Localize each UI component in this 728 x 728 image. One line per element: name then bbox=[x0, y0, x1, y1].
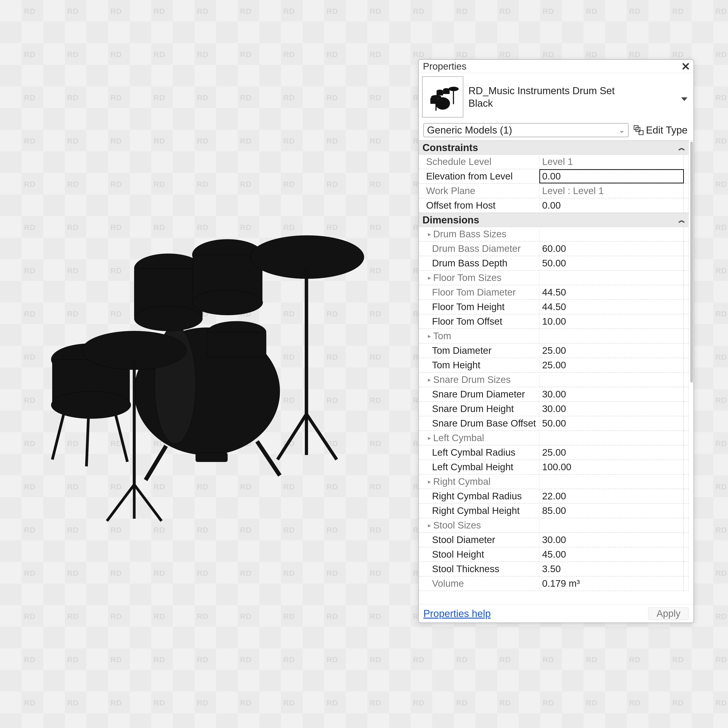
chevron-down-icon: ⌄ bbox=[619, 126, 625, 135]
properties-help-link[interactable]: Properties help bbox=[424, 608, 491, 619]
close-icon[interactable]: ✕ bbox=[680, 60, 691, 73]
collapse-icon: ︽ bbox=[678, 143, 685, 153]
svg-marker-40 bbox=[681, 97, 688, 101]
value-drum-bass-depth[interactable]: 50.00 bbox=[539, 256, 684, 270]
row-drum-bass-diameter[interactable]: Drum Bass Diameter 60.00 bbox=[419, 242, 689, 256]
panel-titlebar: Properties ✕ bbox=[419, 60, 693, 73]
value-drum-bass-diameter[interactable]: 60.00 bbox=[539, 242, 684, 256]
value-offset-from-host[interactable]: 0.00 bbox=[539, 198, 684, 213]
svg-line-23 bbox=[145, 446, 166, 480]
row-right-cymbal[interactable]: ▸Right Cymbal bbox=[419, 474, 689, 489]
row-work-plane: Work Plane Level : Level 1 bbox=[419, 184, 689, 198]
expand-right-icon: ▸ bbox=[428, 434, 431, 442]
row-floor-tom-sizes[interactable]: ▸Floor Tom Sizes bbox=[419, 271, 689, 285]
family-dropdown-icon[interactable] bbox=[680, 92, 689, 101]
apply-button[interactable]: Apply bbox=[648, 607, 689, 620]
row-tom[interactable]: ▸Tom bbox=[419, 329, 689, 344]
row-floor-tom-offset[interactable]: Floor Tom Offset 10.00 bbox=[419, 314, 689, 329]
expand-right-icon: ▸ bbox=[428, 522, 431, 529]
family-thumbnail bbox=[422, 76, 463, 118]
properties-body: Constraints ︽ Schedule Level Level 1 Ele… bbox=[419, 141, 693, 604]
row-elevation-from-level[interactable]: Elevation from Level 0.00 bbox=[419, 169, 689, 184]
svg-rect-37 bbox=[453, 90, 454, 104]
group-constraints[interactable]: Constraints ︽ bbox=[419, 141, 689, 155]
drumset-3d-preview bbox=[39, 187, 380, 528]
input-elevation-from-level[interactable]: 0.00 bbox=[539, 169, 684, 184]
row-stool-thickness[interactable]: Stool Thickness 3.50 bbox=[419, 562, 689, 577]
edit-type-button[interactable]: Edit Type bbox=[632, 123, 689, 137]
category-selector[interactable]: Generic Models (1) ⌄ bbox=[424, 123, 629, 137]
svg-line-26 bbox=[114, 407, 127, 462]
row-snare-drum-base-offset[interactable]: Snare Drum Base Offset 50.00 bbox=[419, 416, 689, 431]
collapse-icon: ︽ bbox=[678, 216, 685, 225]
row-schedule-level: Schedule Level Level 1 bbox=[419, 155, 689, 169]
svg-rect-19 bbox=[133, 362, 136, 485]
svg-rect-28 bbox=[196, 453, 228, 462]
expand-right-icon: ▸ bbox=[428, 478, 431, 485]
svg-point-10 bbox=[192, 290, 263, 315]
edit-type-icon bbox=[633, 125, 644, 135]
panel-title: Properties bbox=[423, 61, 680, 72]
expand-right-icon: ▸ bbox=[428, 333, 431, 340]
row-stool-sizes[interactable]: ▸Stool Sizes bbox=[419, 518, 689, 533]
row-snare-drum-sizes[interactable]: ▸Snare Drum Sizes bbox=[419, 373, 689, 387]
family-header[interactable]: RD_Music Instruments Drum Set Black bbox=[419, 73, 693, 121]
svg-line-21 bbox=[134, 485, 162, 521]
row-drum-bass-sizes[interactable]: ▸Drum Bass Sizes bbox=[419, 227, 689, 242]
category-selector-label: Generic Models (1) bbox=[427, 124, 512, 136]
svg-rect-15 bbox=[305, 268, 308, 414]
row-volume: Volume 0.179 m³ bbox=[419, 577, 689, 591]
row-tom-diameter[interactable]: Tom Diameter 25.00 bbox=[419, 344, 689, 358]
row-left-cymbal-height[interactable]: Left Cymbal Height 100.00 bbox=[419, 460, 689, 474]
family-name: RD_Music Instruments Drum Set Black bbox=[468, 84, 675, 109]
row-right-cymbal-radius[interactable]: Right Cymbal Radius 22.00 bbox=[419, 489, 689, 504]
row-snare-drum-height[interactable]: Snare Drum Height 30.00 bbox=[419, 402, 689, 416]
properties-scroll: Constraints ︽ Schedule Level Level 1 Ele… bbox=[419, 141, 689, 604]
svg-line-16 bbox=[278, 414, 306, 460]
row-floor-tom-height[interactable]: Floor Tom Height 44.50 bbox=[419, 300, 689, 314]
svg-line-20 bbox=[107, 485, 134, 521]
expand-right-icon: ▸ bbox=[428, 376, 431, 383]
svg-rect-33 bbox=[437, 91, 443, 95]
svg-point-7 bbox=[134, 306, 202, 331]
row-drum-bass-depth[interactable]: Drum Bass Depth 50.00 bbox=[419, 256, 689, 271]
row-tom-height[interactable]: Tom Height 25.00 bbox=[419, 358, 689, 373]
scrollbar-thumb[interactable] bbox=[690, 142, 693, 383]
row-stool-diameter[interactable]: Stool Diameter 30.00 bbox=[419, 533, 689, 548]
scrollbar[interactable] bbox=[690, 141, 693, 604]
row-stool-height[interactable]: Stool Height 45.00 bbox=[419, 548, 689, 562]
panel-footer: Properties help Apply bbox=[419, 604, 693, 622]
svg-line-17 bbox=[306, 414, 337, 460]
row-floor-tom-diameter[interactable]: Floor Tom Diameter 44.50 bbox=[419, 285, 689, 300]
expand-right-icon: ▸ bbox=[428, 274, 431, 281]
svg-rect-39 bbox=[436, 98, 437, 111]
expand-right-icon: ▸ bbox=[428, 231, 431, 238]
svg-rect-35 bbox=[443, 90, 450, 94]
edit-type-label: Edit Type bbox=[646, 124, 688, 136]
row-left-cymbal-radius[interactable]: Left Cymbal Radius 25.00 bbox=[419, 445, 689, 460]
selector-row: Generic Models (1) ⌄ Edit Type bbox=[419, 121, 693, 141]
row-left-cymbal[interactable]: ▸Left Cymbal bbox=[419, 431, 689, 445]
svg-rect-12 bbox=[207, 332, 266, 357]
row-right-cymbal-height[interactable]: Right Cymbal Height 85.00 bbox=[419, 504, 689, 518]
value-schedule-level: Level 1 bbox=[539, 155, 684, 169]
group-dimensions[interactable]: Dimensions ︽ bbox=[419, 213, 689, 227]
row-snare-drum-diameter[interactable]: Snare Drum Diameter 30.00 bbox=[419, 387, 689, 402]
value-work-plane: Level : Level 1 bbox=[539, 184, 684, 198]
row-offset-from-host[interactable]: Offset from Host 0.00 bbox=[419, 198, 689, 213]
properties-panel: Properties ✕ RD bbox=[418, 59, 694, 623]
